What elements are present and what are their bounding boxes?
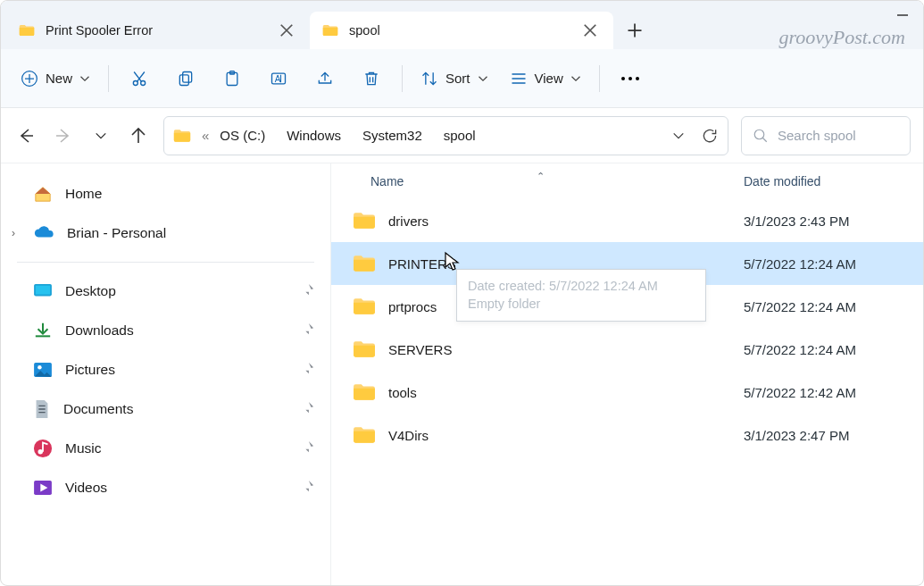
breadcrumb-segment[interactable]: OS (C:) [220, 128, 265, 143]
svg-point-10 [628, 77, 632, 80]
file-name: tools [388, 385, 417, 400]
chevron-right-icon[interactable] [348, 130, 355, 141]
folder-icon [322, 24, 338, 37]
sort-button[interactable]: Sort [412, 59, 497, 98]
svg-point-11 [636, 77, 639, 80]
file-name: prtprocs [388, 299, 437, 314]
chevron-right-icon[interactable] [272, 130, 279, 141]
home-icon [33, 185, 53, 203]
sidebar-item-label: Downloads [65, 322, 134, 339]
separator [402, 65, 403, 92]
search-input[interactable]: Search spool [741, 116, 911, 155]
delete-button[interactable] [350, 59, 393, 98]
file-name: drivers [388, 213, 429, 229]
file-row[interactable]: V4Dirs3/1/2023 2:47 PM [331, 414, 923, 456]
chevron-down-icon [95, 131, 107, 140]
toolbar: New A Sort View [1, 49, 923, 108]
minimize-button[interactable] [891, 6, 914, 24]
new-icon [21, 70, 38, 88]
close-icon [278, 21, 296, 39]
sidebar-item-desktop[interactable]: Desktop [1, 272, 330, 311]
cloud-icon [33, 226, 54, 240]
column-label: Name [370, 174, 404, 188]
paste-button[interactable] [211, 59, 254, 98]
main-area: Home › Brian - Personal Desktop Download… [1, 163, 923, 586]
view-button[interactable]: View [501, 59, 590, 98]
file-date: 5/7/2022 12:42 AM [740, 385, 923, 400]
chevron-down-icon [79, 75, 90, 82]
refresh-icon[interactable] [701, 127, 719, 145]
sidebar-item-downloads[interactable]: Downloads [1, 311, 330, 350]
new-tab-button[interactable] [613, 12, 656, 49]
pin-icon [302, 480, 314, 496]
tab-print-spooler-error[interactable]: Print Spooler Error [6, 12, 310, 49]
address-row: « OS (C:) Windows System32 spool Search … [1, 108, 923, 163]
address-bar[interactable]: « OS (C:) Windows System32 spool [163, 116, 728, 155]
paste-icon [223, 70, 241, 88]
file-row[interactable]: SERVERS5/7/2022 12:24 AM [331, 328, 923, 371]
pin-icon [302, 401, 314, 417]
folder-icon [353, 297, 376, 315]
more-button[interactable] [609, 59, 652, 98]
chevron-down-icon [478, 75, 488, 82]
breadcrumb-prefix: « [198, 128, 212, 143]
share-icon [316, 70, 334, 88]
breadcrumb-segment[interactable]: System32 [362, 128, 422, 143]
sort-icon [420, 70, 438, 88]
column-header-name[interactable]: ⌃ Name [331, 174, 740, 188]
column-header-date[interactable]: Date modified [740, 174, 923, 188]
downloads-icon [33, 322, 53, 339]
file-date: 5/7/2022 12:24 AM [740, 256, 923, 272]
up-button[interactable] [126, 118, 151, 154]
tab-label: spool [349, 23, 380, 38]
folder-icon [353, 255, 376, 272]
pin-icon [302, 362, 314, 378]
copy-button[interactable] [164, 59, 207, 98]
column-label: Date modified [744, 174, 820, 188]
separator [108, 65, 109, 92]
rename-button[interactable]: A [257, 59, 300, 98]
back-button[interactable] [13, 118, 38, 154]
file-date: 5/7/2022 12:24 AM [740, 299, 923, 314]
chevron-right-icon[interactable] [429, 130, 437, 141]
minimize-icon [896, 9, 909, 21]
view-icon [510, 70, 528, 88]
ellipsis-icon [620, 76, 641, 81]
breadcrumb-segment[interactable]: Windows [287, 128, 341, 143]
column-headers: ⌃ Name Date modified [331, 163, 923, 199]
chevron-down-icon[interactable] [672, 131, 685, 140]
close-tab-button[interactable] [274, 18, 299, 43]
file-row[interactable]: drivers3/1/2023 2:43 PM [331, 199, 923, 242]
file-row[interactable]: tools5/7/2022 12:42 AM [331, 371, 923, 414]
sidebar-item-label: Desktop [65, 283, 116, 299]
svg-rect-14 [36, 286, 50, 295]
svg-text:A: A [275, 74, 281, 84]
chevron-right-icon[interactable]: › [12, 227, 15, 239]
svg-rect-4 [183, 71, 192, 82]
copy-icon [177, 70, 195, 88]
sidebar-item-music[interactable]: Music [1, 429, 330, 468]
close-tab-button[interactable] [578, 18, 603, 43]
sidebar-item-pictures[interactable]: Pictures [1, 350, 330, 389]
share-button[interactable] [304, 59, 346, 98]
view-label: View [535, 71, 563, 86]
new-button[interactable]: New [12, 59, 99, 98]
folder-icon [353, 426, 376, 444]
sidebar-item-onedrive[interactable]: › Brian - Personal [1, 213, 330, 253]
new-label: New [46, 71, 72, 86]
folder-icon [19, 24, 35, 37]
sort-indicator-icon: ⌃ [537, 171, 545, 182]
close-icon [581, 21, 599, 39]
sidebar-item-documents[interactable]: Documents [1, 389, 330, 429]
recent-button[interactable] [88, 118, 113, 154]
tab-spool[interactable]: spool [310, 12, 613, 49]
forward-button[interactable] [51, 118, 76, 154]
breadcrumb-segment[interactable]: spool [444, 128, 476, 143]
tooltip-line: Date created: 5/7/2022 12:24 AM [468, 277, 695, 295]
watermark: groovyPost.com [778, 26, 905, 49]
sidebar-item-videos[interactable]: Videos [1, 468, 330, 507]
plus-icon [626, 21, 644, 39]
sidebar-item-home[interactable]: Home [1, 174, 330, 213]
cut-button[interactable] [118, 59, 161, 98]
folder-icon [353, 212, 376, 230]
